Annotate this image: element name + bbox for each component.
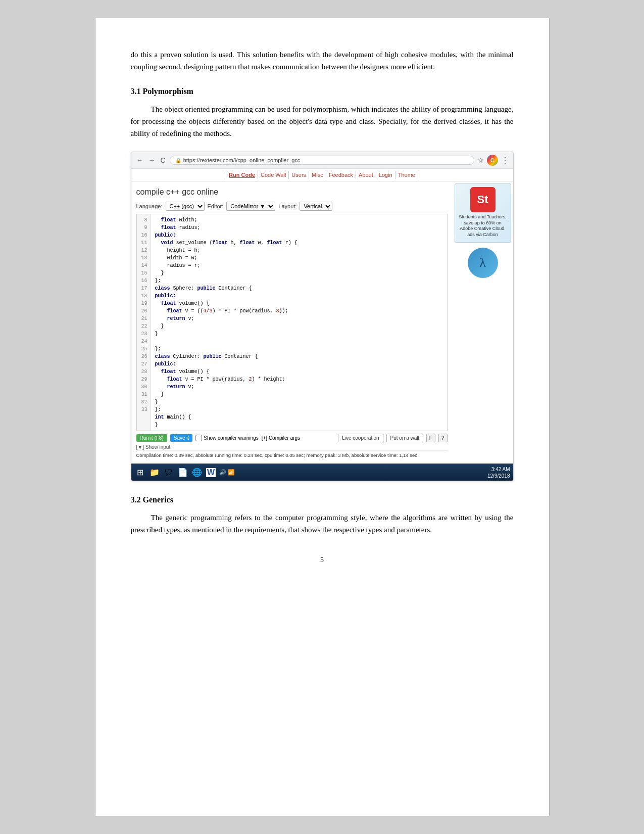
nav-run-code[interactable]: Run Code <box>226 171 258 179</box>
network-icon[interactable]: 📶 <box>228 469 235 476</box>
date-display: 12/9/2018 <box>487 473 510 479</box>
compilation-output: Compilation time: 0.89 sec, absolute run… <box>136 450 448 459</box>
back-button[interactable]: ← <box>135 156 144 164</box>
word-icon[interactable]: W <box>205 467 217 479</box>
taskbar-clock: 3:42 AM 12/9/2018 <box>487 466 510 479</box>
layout-select[interactable]: Vertical <box>300 202 332 211</box>
layout-label: Layout: <box>278 203 296 209</box>
editor-select[interactable]: CodeMirror ▼ <box>226 202 275 211</box>
warnings-checkbox[interactable] <box>195 435 202 441</box>
section-31-text: The object oriented programming can be u… <box>131 103 514 140</box>
lambda-logo[interactable]: λ <box>468 248 498 278</box>
warnings-checkbox-label[interactable]: Show compiler warnings <box>195 435 258 441</box>
star-icon[interactable]: ☆ <box>477 156 484 164</box>
adobe-ad[interactable]: St Students and Teachers, save up to 60%… <box>455 183 511 243</box>
page: do this a proven solution is used. This … <box>95 18 550 816</box>
compiler-toolbar: Run it (F8) Save it Show compiler warnin… <box>136 431 448 444</box>
nav-theme[interactable]: Theme <box>395 171 418 179</box>
compiler-controls: Language: C++ (gcc) Editor: CodeMirror ▼… <box>136 200 448 214</box>
st-logo: St <box>470 187 496 212</box>
save-button[interactable]: Save it <box>170 434 193 442</box>
lang-select[interactable]: C++ (gcc) <box>166 202 205 211</box>
browser-screenshot: ← → C 🔒 https://rextester.com/l/cpp_onli… <box>131 152 514 481</box>
nav-about[interactable]: About <box>356 171 376 179</box>
docs-icon: 📄 <box>178 468 188 477</box>
security-icon[interactable]: 🛡 <box>163 467 175 479</box>
code-content[interactable]: float width; float radius; public: void … <box>151 214 447 431</box>
chrome-taskbar-icon[interactable]: 🌐 <box>191 467 203 479</box>
page-number: 5 <box>131 556 514 564</box>
live-cooperation-button[interactable]: Live cooperation <box>338 434 383 442</box>
forward-button[interactable]: → <box>147 156 157 164</box>
compiler-title: compile c++ gcc online <box>136 186 448 200</box>
section-32-heading: 3.2 Generics <box>131 495 514 504</box>
lambda-symbol: λ <box>479 255 486 270</box>
windows-logo-icon: ⊞ <box>137 468 143 477</box>
nav-misc[interactable]: Misc <box>309 171 326 179</box>
compiler-args[interactable]: [+] Compiler args <box>262 435 300 441</box>
browser-icon: 🌐 <box>192 468 202 477</box>
volume-icon[interactable]: 🔊 <box>219 469 226 476</box>
section-32-text: The generic programming refers to the co… <box>131 512 514 536</box>
f-button[interactable]: F <box>426 434 435 442</box>
run-button[interactable]: Run it (F8) <box>136 434 167 442</box>
menu-icon[interactable]: ⋮ <box>501 156 509 165</box>
nav-code-wall[interactable]: Code Wall <box>258 171 289 179</box>
lock-icon: 🔒 <box>175 158 181 163</box>
refresh-button[interactable]: C <box>160 156 167 164</box>
line-numbers: 8910111213141516171819202122232425262728… <box>137 214 151 431</box>
word-app-icon: W <box>206 468 216 477</box>
help-button[interactable]: ? <box>438 434 448 442</box>
documents-icon[interactable]: 📄 <box>177 467 189 479</box>
url-bar[interactable]: 🔒 https://rextester.com/l/cpp_online_com… <box>170 156 474 165</box>
put-on-wall-button[interactable]: Put on a wall <box>386 434 423 442</box>
time-display: 3:42 AM <box>491 467 510 472</box>
code-editor[interactable]: 8910111213141516171819202122232425262728… <box>136 214 448 431</box>
compiler-body: compile c++ gcc online Language: C++ (gc… <box>131 181 513 464</box>
folder-icon: 📁 <box>150 468 160 477</box>
file-explorer-icon[interactable]: 📁 <box>148 467 161 479</box>
body-para1: do this a proven solution is used. This … <box>131 49 514 73</box>
windows-start-button[interactable]: ⊞ <box>134 467 146 479</box>
ad-text: Students and Teachers, save up to 60% on… <box>458 214 508 238</box>
show-input-row[interactable]: [▼] Show input <box>136 444 448 450</box>
shield-icon: 🛡 <box>165 468 173 477</box>
lang-label: Language: <box>136 203 163 209</box>
browser-topbar: ← → C 🔒 https://rextester.com/l/cpp_onli… <box>131 152 513 169</box>
taskbar: ⊞ 📁 🛡 📄 🌐 W 🔊 📶 3:42 AM <box>131 464 513 481</box>
taskbar-system-tray: 🔊 📶 <box>219 469 235 476</box>
nav-users[interactable]: Users <box>289 171 309 179</box>
editor-label: Editor: <box>208 203 224 209</box>
site-nav: Run Code Code Wall Users Misc Feedback A… <box>131 169 513 181</box>
url-text: https://rextester.com/l/cpp_online_compi… <box>183 157 301 163</box>
compiler-sidebar: St Students and Teachers, save up to 60%… <box>453 181 513 464</box>
compiler-main: compile c++ gcc online Language: C++ (gc… <box>131 181 453 464</box>
chrome-avatar: C <box>487 155 498 166</box>
section-31-heading: 3.1 Polymorphism <box>131 87 514 96</box>
nav-login[interactable]: Login <box>376 171 395 179</box>
nav-feedback[interactable]: Feedback <box>326 171 356 179</box>
